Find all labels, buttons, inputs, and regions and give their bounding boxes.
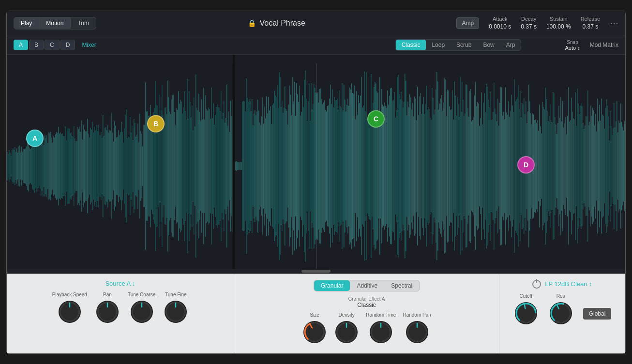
- global-button[interactable]: Global: [583, 308, 612, 320]
- random-pan-knob[interactable]: [405, 320, 430, 345]
- playmode-loop[interactable]: Loop: [426, 40, 451, 50]
- sustain-label: Sustain: [550, 15, 568, 23]
- spectral-tab[interactable]: Spectral: [384, 280, 419, 291]
- mod-matrix-label[interactable]: Mod Matrix: [590, 42, 618, 48]
- synth-type-tabs: Granular Additive Spectral: [314, 280, 420, 291]
- slice-tab-d[interactable]: D: [60, 40, 75, 50]
- res-label: Res: [557, 293, 565, 299]
- release-param: Release 0.37 s: [581, 15, 600, 31]
- slice-tab-a[interactable]: A: [14, 40, 28, 50]
- bottom-panel: Source A ↕ Playback Speed Pan: [7, 274, 625, 353]
- synth-section: Granular Additive Spectral Granular Effe…: [234, 274, 499, 353]
- size-label: Size: [310, 312, 319, 318]
- play-button[interactable]: Play: [14, 17, 39, 29]
- attack-param: Attack 0.0010 s: [489, 15, 511, 31]
- second-bar: A B C D Mixer Classic Loop Scrub Bow Arp…: [7, 36, 625, 55]
- cutoff-label: Cutoff: [519, 293, 532, 299]
- sustain-value: 100.00 %: [546, 23, 571, 31]
- tune-coarse-knob[interactable]: [129, 299, 154, 324]
- svg-point-15: [306, 323, 323, 341]
- effect-name: Classic: [242, 302, 491, 308]
- filter-name[interactable]: LP 12dB Clean ↕: [545, 280, 592, 288]
- playmode-bow[interactable]: Bow: [477, 40, 500, 50]
- attack-value: 0.0010 s: [489, 23, 511, 31]
- size-group: Size: [302, 312, 327, 345]
- effect-label: Granular Effect A: [242, 296, 491, 302]
- release-label: Release: [581, 15, 600, 23]
- power-button[interactable]: [532, 280, 541, 289]
- top-bar: Play Motion Trim 🔒 Vocal Phrase Amp Atta…: [7, 11, 625, 36]
- tune-coarse-label: Tune Coarse: [128, 292, 155, 297]
- pan-label: Pan: [103, 292, 112, 297]
- random-time-label: Random Time: [366, 312, 396, 318]
- transport-tabs: Play Motion Trim: [14, 17, 96, 29]
- attack-label: Attack: [493, 15, 508, 23]
- playback-speed-knob[interactable]: [57, 299, 82, 324]
- tune-fine-group: Tune Fine: [163, 292, 188, 324]
- scroll-area[interactable]: [7, 269, 625, 274]
- density-group: Density: [334, 312, 359, 345]
- slice-tab-c[interactable]: C: [45, 40, 60, 50]
- svg-line-30: [525, 305, 525, 308]
- tune-coarse-group: Tune Coarse: [128, 292, 155, 324]
- filter-header: LP 12dB Clean ↕: [532, 280, 592, 289]
- more-button[interactable]: ⋯: [610, 18, 618, 29]
- scroll-thumb[interactable]: [301, 270, 331, 273]
- random-time-knob[interactable]: [368, 320, 393, 345]
- mixer-label[interactable]: Mixer: [82, 42, 96, 48]
- pan-knob[interactable]: [95, 299, 120, 324]
- slice-marker-c[interactable]: C: [367, 110, 385, 128]
- filter-section: LP 12dB Clean ↕ Cutoff Res: [499, 274, 625, 353]
- tune-fine-label: Tune Fine: [165, 292, 187, 297]
- source-title[interactable]: Source A ↕: [15, 280, 226, 287]
- source-knobs-row: Playback Speed Pan Tun: [15, 292, 226, 324]
- res-group: Res: [548, 293, 573, 326]
- random-pan-group: Random Pan: [403, 312, 431, 345]
- waveform-area[interactable]: 1 1 1 2 1 3 1 4 2 1 2 2 2 3 2 4 3 1 3 2 …: [7, 55, 625, 269]
- random-pan-label: Random Pan: [403, 312, 431, 318]
- granular-tab[interactable]: Granular: [314, 280, 350, 291]
- decay-param: Decay 0.37 s: [521, 15, 537, 31]
- snap-label: Snap: [567, 40, 578, 45]
- density-knob[interactable]: [334, 320, 359, 345]
- playback-speed-group: Playback Speed: [52, 292, 87, 324]
- playmode-tabs: Classic Loop Scrub Bow Arp: [395, 39, 522, 51]
- size-knob[interactable]: [302, 320, 327, 345]
- playmode-classic[interactable]: Classic: [396, 40, 426, 50]
- source-section: Source A ↕ Playback Speed Pan: [7, 274, 234, 353]
- snap-value: Auto ↕: [565, 45, 580, 51]
- additive-tab[interactable]: Additive: [350, 280, 384, 291]
- svg-point-28: [517, 305, 535, 322]
- amp-button[interactable]: Amp: [456, 17, 479, 29]
- random-time-group: Random Time: [366, 312, 396, 345]
- svg-point-32: [552, 305, 570, 322]
- filter-knobs-row: Cutoff Res: [513, 293, 612, 326]
- playback-speed-label: Playback Speed: [52, 292, 87, 297]
- slice-marker-a[interactable]: A: [26, 130, 44, 147]
- pan-group: Pan: [95, 292, 120, 324]
- res-knob[interactable]: [548, 301, 573, 326]
- amp-section: Amp Attack 0.0010 s Decay 0.37 s Sustain…: [456, 15, 618, 31]
- slice-marker-d[interactable]: D: [517, 156, 535, 174]
- decay-label: Decay: [521, 15, 536, 23]
- slice-tab-b[interactable]: B: [29, 40, 44, 50]
- title-area: 🔒 Vocal Phrase: [102, 19, 451, 28]
- playmode-arp[interactable]: Arp: [500, 40, 521, 50]
- snap-area[interactable]: Snap Auto ↕: [565, 40, 580, 51]
- lock-icon: 🔒: [248, 19, 256, 27]
- cutoff-knob[interactable]: [513, 301, 539, 326]
- patch-name: Vocal Phrase: [260, 19, 305, 28]
- slice-marker-b[interactable]: B: [147, 115, 165, 132]
- cutoff-group: Cutoff: [513, 293, 539, 326]
- trim-button[interactable]: Trim: [71, 17, 96, 29]
- density-label: Density: [339, 312, 355, 318]
- decay-value: 0.37 s: [521, 23, 537, 31]
- synth-knobs-row: Size Density: [242, 312, 491, 345]
- playmode-scrub[interactable]: Scrub: [451, 40, 477, 50]
- tune-fine-knob[interactable]: [163, 299, 188, 324]
- main-window: Play Motion Trim 🔒 Vocal Phrase Amp Atta…: [6, 11, 626, 354]
- motion-button[interactable]: Motion: [39, 17, 71, 29]
- sustain-param: Sustain 100.00 %: [546, 15, 571, 31]
- release-value: 0.37 s: [582, 23, 598, 31]
- slice-tabs: A B C D: [14, 40, 75, 50]
